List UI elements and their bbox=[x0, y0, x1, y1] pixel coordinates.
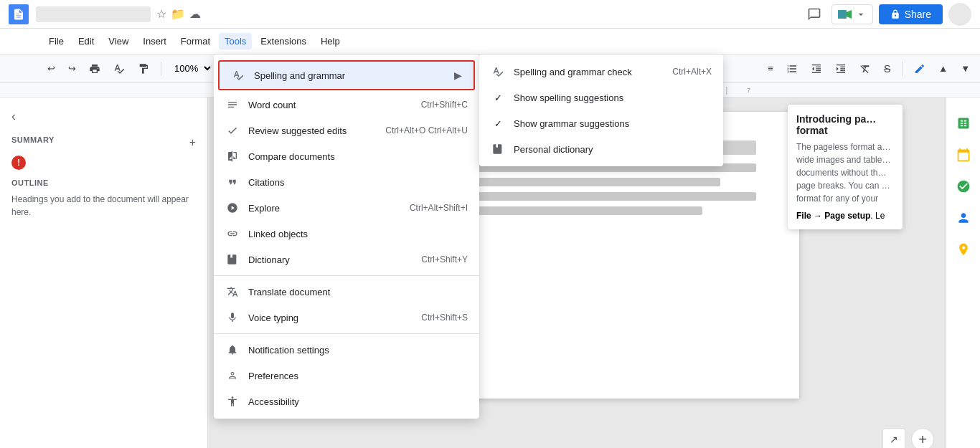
strikethrough-icon[interactable]: S bbox=[880, 60, 895, 77]
dictionary-shortcut: Ctrl+Shift+Y bbox=[421, 254, 468, 264]
add-floating-button[interactable]: + bbox=[911, 428, 934, 448]
sidebar-back-button[interactable]: ‹ bbox=[11, 109, 16, 124]
clear-format-button[interactable] bbox=[855, 60, 875, 77]
folder-icon[interactable]: 📁 bbox=[171, 7, 185, 21]
star-icon[interactable]: ☆ bbox=[156, 7, 166, 21]
share-button[interactable]: Share bbox=[879, 4, 943, 24]
title-area: ☆ 📁 ☁ bbox=[36, 6, 803, 22]
bullet-list-button[interactable]: ≡ bbox=[763, 60, 778, 77]
word-count-row[interactable]: Word count Ctrl+Shift+C bbox=[214, 92, 479, 118]
paint-format-button[interactable] bbox=[133, 60, 154, 77]
menu-bar: File Edit View Insert Format Tools Exten… bbox=[0, 29, 980, 54]
linked-objects-row[interactable]: Linked objects bbox=[214, 221, 479, 247]
compare-docs-icon bbox=[225, 149, 240, 163]
tasks-icon[interactable] bbox=[952, 175, 975, 198]
cloud-icon[interactable]: ☁ bbox=[189, 7, 201, 21]
word-count-shortcut: Ctrl+Shift+C bbox=[421, 100, 468, 110]
divider-1 bbox=[214, 275, 479, 276]
error-row: ! bbox=[11, 156, 196, 170]
preferences-label: Preferences bbox=[248, 371, 468, 381]
translate-row[interactable]: Translate document bbox=[214, 279, 479, 305]
contacts-icon[interactable] bbox=[952, 206, 975, 229]
outline-hint: Headings you add to the document will ap… bbox=[11, 193, 196, 219]
menu-insert[interactable]: Insert bbox=[137, 33, 172, 49]
voice-typing-icon bbox=[225, 310, 240, 325]
spellcheck-toolbar-button[interactable] bbox=[109, 60, 129, 77]
decrease-indent-button[interactable] bbox=[806, 60, 826, 77]
menu-view[interactable]: View bbox=[103, 33, 134, 49]
toolbar-separator-5 bbox=[902, 62, 903, 76]
numbered-list-button[interactable] bbox=[782, 60, 802, 77]
preferences-row[interactable]: Preferences bbox=[214, 363, 479, 389]
notification-settings-row[interactable]: Notification settings bbox=[214, 337, 479, 363]
show-spelling-check-icon: ✓ bbox=[491, 92, 505, 103]
tools-menu: Spelling and grammar ▶ Word count Ctrl+S… bbox=[214, 54, 479, 419]
show-spelling-row[interactable]: ✓ Show spelling suggestions bbox=[479, 85, 723, 110]
top-bar: ☆ 📁 ☁ Share bbox=[0, 0, 980, 29]
word-count-icon bbox=[225, 97, 240, 112]
intro-panel: Introducing pa…format The pageless forma… bbox=[788, 105, 903, 229]
outline-section-header: OUTLINE bbox=[11, 178, 196, 187]
sheets-icon[interactable] bbox=[952, 112, 975, 135]
avatar[interactable] bbox=[948, 3, 971, 26]
menu-extensions[interactable]: Extensions bbox=[255, 33, 312, 49]
print-button[interactable] bbox=[85, 60, 105, 77]
show-grammar-label: Show grammar suggestions bbox=[514, 118, 712, 129]
explore-row[interactable]: Explore Ctrl+Alt+Shift+I bbox=[214, 195, 479, 221]
summary-section-label: SUMMARY bbox=[11, 135, 55, 144]
compare-docs-row[interactable]: Compare documents bbox=[214, 143, 479, 169]
intro-link[interactable]: File → Page setup. Le bbox=[796, 211, 885, 221]
personal-dictionary-label: Personal dictionary bbox=[514, 144, 712, 155]
expand-button[interactable]: ↗ bbox=[882, 428, 905, 448]
error-indicator: ! bbox=[11, 156, 26, 170]
explore-shortcut: Ctrl+Alt+Shift+I bbox=[410, 203, 468, 213]
review-edits-row[interactable]: Review suggested edits Ctrl+Alt+O Ctrl+A… bbox=[214, 118, 479, 143]
add-summary-button[interactable]: + bbox=[189, 136, 196, 149]
menu-tools[interactable]: Tools bbox=[219, 33, 252, 49]
toolbar-separator-1 bbox=[161, 62, 161, 76]
word-count-label: Word count bbox=[248, 100, 413, 110]
notification-icon bbox=[225, 343, 240, 357]
increase-indent-button[interactable] bbox=[831, 60, 851, 77]
accessibility-icon bbox=[225, 394, 240, 409]
review-edits-label: Review suggested edits bbox=[248, 125, 377, 136]
menu-file[interactable]: File bbox=[43, 33, 70, 49]
spell-grammar-check-row[interactable]: Spelling and grammar check Ctrl+Alt+X bbox=[479, 59, 723, 85]
dictionary-row[interactable]: Dictionary Ctrl+Shift+Y bbox=[214, 247, 479, 272]
top-right: Share bbox=[803, 3, 971, 26]
maps-icon[interactable] bbox=[952, 238, 975, 261]
accessibility-label: Accessibility bbox=[248, 396, 468, 407]
spell-check-icon bbox=[491, 66, 505, 77]
divider-2 bbox=[214, 333, 479, 334]
explore-icon bbox=[225, 201, 240, 215]
show-spelling-label: Show spelling suggestions bbox=[514, 92, 712, 103]
voice-typing-row[interactable]: Voice typing Ctrl+Shift+S bbox=[214, 305, 479, 330]
personal-dictionary-row[interactable]: Personal dictionary bbox=[479, 136, 723, 162]
title-icons: ☆ 📁 ☁ bbox=[156, 7, 201, 21]
translate-label: Translate document bbox=[248, 287, 468, 297]
citations-row[interactable]: Citations bbox=[214, 169, 479, 195]
svg-marker-2 bbox=[847, 10, 852, 19]
undo-button[interactable]: ↩ bbox=[43, 60, 60, 77]
dictionary-label: Dictionary bbox=[248, 254, 413, 265]
pen-button[interactable] bbox=[910, 60, 930, 77]
chevron-down-button[interactable]: ▼ bbox=[956, 60, 974, 77]
spelling-grammar-row[interactable]: Spelling and grammar ▶ bbox=[218, 60, 475, 90]
intro-title: Introducing pa…format bbox=[796, 113, 894, 136]
accessibility-row[interactable]: Accessibility bbox=[214, 389, 479, 414]
menu-edit[interactable]: Edit bbox=[72, 33, 100, 49]
explore-label: Explore bbox=[248, 203, 401, 214]
share-label: Share bbox=[905, 9, 931, 20]
redo-button[interactable]: ↪ bbox=[64, 60, 80, 77]
menu-format[interactable]: Format bbox=[175, 33, 216, 49]
comments-button[interactable] bbox=[803, 3, 826, 26]
meet-button[interactable] bbox=[831, 4, 873, 24]
zoom-select[interactable]: 100% 75% 150% bbox=[169, 61, 213, 76]
menu-help[interactable]: Help bbox=[315, 33, 346, 49]
toolbar-right: ≡ S ▲ ▼ bbox=[763, 60, 974, 77]
right-sidebar bbox=[946, 97, 980, 448]
doc-title-input[interactable] bbox=[36, 6, 151, 22]
calendar-icon[interactable] bbox=[952, 143, 975, 166]
show-grammar-row[interactable]: ✓ Show grammar suggestions bbox=[479, 110, 723, 136]
chevron-up-button[interactable]: ▲ bbox=[934, 60, 952, 77]
